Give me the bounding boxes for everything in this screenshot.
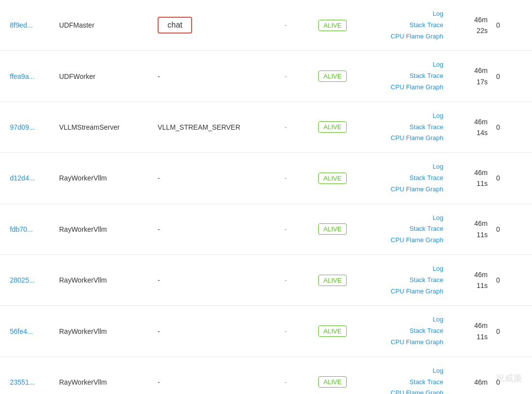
actor-count: 0: [488, 378, 502, 386]
stack-trace-link[interactable]: Stack Trace: [409, 326, 443, 336]
actor-tag: -: [158, 327, 266, 335]
actor-count: 0: [488, 174, 502, 182]
cpu-flame-link[interactable]: CPU Flame Graph: [391, 337, 443, 348]
table-row: fdb70...RayWorkerVllm--ALIVELogStack Tra…: [0, 204, 532, 255]
actor-id-link[interactable]: d12d4...: [10, 174, 35, 182]
actor-tag-highlighted: chat: [158, 17, 192, 34]
actor-name: VLLMStreamServer: [59, 123, 158, 131]
actor-id-link[interactable]: 28025...: [10, 276, 35, 284]
actor-time: 46m11s: [448, 320, 488, 342]
actor-time: 46m: [448, 377, 488, 388]
actor-time: 46m14s: [448, 116, 488, 139]
actor-dash: -: [266, 225, 305, 233]
actor-name: UDFMaster: [59, 21, 158, 29]
log-link[interactable]: Log: [432, 315, 443, 325]
cpu-flame-link[interactable]: CPU Flame Graph: [391, 388, 443, 394]
log-link[interactable]: Log: [432, 264, 443, 274]
status-badge: ALIVE: [318, 173, 347, 184]
action-links: LogStack TraceCPU Flame Graph: [360, 315, 443, 347]
actor-dash: -: [266, 378, 305, 386]
action-links: LogStack TraceCPU Flame Graph: [360, 213, 443, 246]
log-link[interactable]: Log: [432, 9, 443, 19]
table-row: 23551...RayWorkerVllm--ALIVELogStack Tra…: [0, 357, 532, 394]
actor-name: RayWorkerVllm: [59, 327, 158, 335]
actor-tag: -: [158, 174, 266, 182]
actor-name: UDFWorker: [59, 72, 158, 80]
cpu-flame-link[interactable]: CPU Flame Graph: [391, 235, 443, 246]
actor-tag: -: [158, 276, 266, 284]
cpu-flame-link[interactable]: CPU Flame Graph: [391, 184, 443, 195]
cpu-flame-link[interactable]: CPU Flame Graph: [391, 32, 443, 42]
cpu-flame-link[interactable]: CPU Flame Graph: [391, 287, 443, 297]
cpu-flame-link[interactable]: CPU Flame Graph: [391, 133, 443, 143]
table-row: 97d09...VLLMStreamServerVLLM_STREAM_SERV…: [0, 102, 532, 153]
status-badge: ALIVE: [318, 121, 347, 133]
status-badge: ALIVE: [318, 325, 347, 337]
action-links: LogStack TraceCPU Flame Graph: [360, 9, 443, 41]
actor-name: RayWorkerVllm: [59, 276, 158, 284]
actor-count: 0: [488, 72, 502, 80]
actor-dash: -: [266, 276, 305, 284]
stack-trace-link[interactable]: Stack Trace: [409, 20, 443, 31]
log-link[interactable]: Log: [432, 213, 443, 223]
actor-time: 46m11s: [448, 167, 488, 189]
table-row: d12d4...RayWorkerVllm--ALIVELogStack Tra…: [0, 153, 532, 204]
status-badge: ALIVE: [318, 376, 347, 388]
log-link[interactable]: Log: [432, 111, 443, 121]
log-link[interactable]: Log: [432, 60, 443, 70]
stack-trace-link[interactable]: Stack Trace: [409, 71, 443, 81]
stack-trace-link[interactable]: Stack Trace: [409, 224, 443, 234]
status-badge: ALIVE: [318, 275, 347, 286]
actor-id-link[interactable]: 97d09...: [10, 123, 35, 131]
status-badge: ALIVE: [318, 223, 347, 235]
actor-count: 0: [488, 276, 502, 284]
actor-name: RayWorkerVllm: [59, 378, 158, 386]
actor-dash: -: [266, 174, 305, 182]
actor-id-link[interactable]: 8f9ed...: [10, 21, 33, 29]
actor-count: 0: [488, 327, 502, 335]
actor-dash: -: [266, 72, 305, 80]
stack-trace-link[interactable]: Stack Trace: [409, 377, 443, 388]
actor-count: 0: [488, 225, 502, 233]
action-links: LogStack TraceCPU Flame Graph: [360, 162, 443, 194]
actor-table: 8f9ed...UDFMasterchat-ALIVELogStack Trac…: [0, 0, 532, 394]
cpu-flame-link[interactable]: CPU Flame Graph: [391, 82, 443, 93]
action-links: LogStack TraceCPU Flame Graph: [360, 264, 443, 296]
table-row: 56fe4...RayWorkerVllm--ALIVELogStack Tra…: [0, 306, 532, 357]
actor-time: 46m17s: [448, 65, 488, 87]
actor-count: 0: [488, 123, 502, 131]
actor-id-link[interactable]: fdb70...: [10, 225, 33, 233]
actor-time: 46m22s: [448, 14, 488, 36]
log-link[interactable]: Log: [432, 366, 443, 376]
actor-name: RayWorkerVllm: [59, 225, 158, 233]
actor-tag: -: [158, 378, 266, 386]
action-links: LogStack TraceCPU Flame Graph: [360, 366, 443, 394]
actor-dash: -: [266, 327, 305, 335]
stack-trace-link[interactable]: Stack Trace: [409, 275, 443, 286]
actor-name: RayWorkerVllm: [59, 174, 158, 182]
table-row: 8f9ed...UDFMasterchat-ALIVELogStack Trac…: [0, 0, 532, 51]
actor-count: 0: [488, 21, 502, 29]
stack-trace-link[interactable]: Stack Trace: [409, 122, 443, 133]
actor-dash: -: [266, 21, 305, 29]
actor-tag: -: [158, 225, 266, 233]
actor-time: 46m11s: [448, 218, 488, 240]
actor-id-link[interactable]: ffea9a...: [10, 72, 34, 80]
table-row: ffea9a...UDFWorker--ALIVELogStack TraceC…: [0, 51, 532, 102]
status-badge: ALIVE: [318, 71, 347, 82]
action-links: LogStack TraceCPU Flame Graph: [360, 111, 443, 143]
actor-tag: -: [158, 72, 266, 80]
actor-id-link[interactable]: 23551...: [10, 378, 35, 386]
status-badge: ALIVE: [318, 20, 347, 31]
actor-dash: -: [266, 123, 305, 131]
table-row: 28025...RayWorkerVllm--ALIVELogStack Tra…: [0, 255, 532, 306]
stack-trace-link[interactable]: Stack Trace: [409, 173, 443, 183]
action-links: LogStack TraceCPU Flame Graph: [360, 60, 443, 92]
actor-time: 46m11s: [448, 269, 488, 291]
actor-tag: VLLM_STREAM_SERVER: [158, 123, 266, 131]
log-link[interactable]: Log: [432, 162, 443, 172]
actor-id-link[interactable]: 56fe4...: [10, 327, 33, 335]
